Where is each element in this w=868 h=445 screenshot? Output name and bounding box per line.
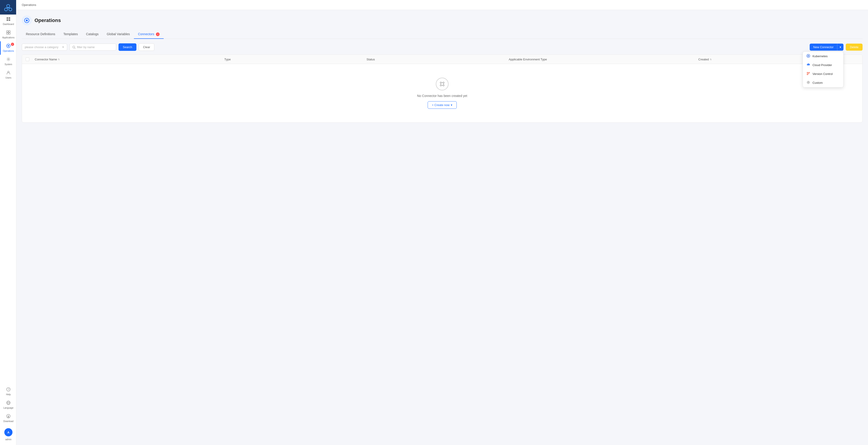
dashboard-icon — [6, 17, 11, 22]
page-content: Operations Resource Definitions Template… — [17, 10, 868, 445]
create-now-button[interactable]: + Create now ▾ — [428, 101, 457, 109]
search-icon — [72, 46, 75, 49]
new-connector-arrow-button[interactable]: ▾ — [837, 43, 843, 51]
chevron-down-create-icon: ▾ — [451, 103, 453, 107]
dropdown-item-version-control-label: Version Control — [812, 72, 833, 76]
th-status-label: Status — [367, 58, 375, 61]
logo[interactable] — [0, 0, 17, 14]
dropdown-item-cloud-provider[interactable]: Cloud Provider — [803, 61, 843, 69]
svg-point-31 — [808, 55, 809, 57]
download-icon — [6, 414, 11, 419]
topbar-title: Operations — [22, 3, 36, 7]
svg-point-2 — [9, 8, 11, 11]
svg-rect-6 — [7, 17, 8, 19]
system-icon — [6, 57, 11, 62]
svg-point-15 — [8, 45, 9, 47]
sidebar-item-system[interactable]: System — [0, 55, 17, 68]
operations-icon — [6, 43, 11, 49]
svg-point-36 — [808, 82, 809, 83]
th-checkbox — [26, 57, 35, 61]
connectors-tab-badge: 2 — [156, 32, 160, 36]
svg-line-28 — [75, 48, 75, 49]
svg-point-33 — [807, 74, 808, 75]
new-connector-main-button[interactable]: New Connector — [810, 43, 837, 51]
cloud-provider-icon — [806, 63, 810, 67]
new-connector-dropdown: Kubernetes Cloud Provider Version Contro… — [803, 52, 843, 87]
svg-rect-10 — [7, 31, 8, 32]
sidebar-item-download[interactable]: Download — [0, 412, 17, 425]
svg-rect-13 — [9, 33, 10, 34]
svg-rect-11 — [9, 31, 10, 32]
svg-point-39 — [440, 85, 441, 86]
svg-point-37 — [440, 82, 441, 83]
th-env-type-label: Applicable Environment Type — [509, 58, 547, 61]
search-button[interactable]: Search — [119, 43, 136, 51]
operations-badge: 1 — [11, 43, 14, 46]
svg-point-26 — [26, 20, 28, 21]
user-label: admin — [5, 438, 11, 441]
dropdown-item-custom[interactable]: Custom — [803, 78, 843, 87]
svg-text:?: ? — [8, 388, 9, 391]
th-name-label: Connector Name — [35, 58, 57, 61]
sidebar-item-language[interactable]: Language — [0, 398, 17, 412]
sidebar-bottom: ? Help Language Download A admin — [0, 385, 17, 445]
empty-state-text: No Connector has been created yet — [417, 94, 467, 98]
sidebar-item-label-users: Users — [5, 77, 11, 79]
tab-catalogs[interactable]: Catalogs — [82, 30, 102, 39]
svg-rect-7 — [9, 17, 10, 19]
svg-point-0 — [7, 4, 9, 7]
version-control-icon — [806, 72, 810, 76]
category-placeholder: please choose a category — [25, 46, 58, 49]
page-title: Operations — [34, 18, 61, 23]
connectors-table: Connector Name ⇅ Type Status Applicable … — [22, 55, 863, 123]
sidebar-item-operations[interactable]: 1 Operations — [0, 41, 17, 55]
kubernetes-icon — [806, 54, 810, 58]
tabs-container: Resource Definitions Templates Catalogs … — [22, 30, 863, 39]
new-connector-container: New Connector ▾ Kubernetes — [810, 43, 844, 51]
th-type-label: Type — [224, 58, 230, 61]
toolbar: please choose a category ▼ Search Clear … — [22, 43, 863, 51]
category-select[interactable]: please choose a category ▼ — [22, 43, 67, 51]
sidebar-item-help[interactable]: ? Help — [0, 385, 17, 398]
table-header: Connector Name ⇅ Type Status Applicable … — [22, 55, 862, 64]
svg-point-1 — [4, 8, 7, 11]
sidebar-item-user[interactable]: A admin — [0, 425, 17, 443]
dropdown-item-kubernetes[interactable]: Kubernetes — [803, 52, 843, 61]
sidebar-item-users[interactable]: Users — [0, 68, 17, 82]
th-status: Status — [367, 57, 509, 61]
sort-icon-name[interactable]: ⇅ — [58, 58, 60, 61]
th-type: Type — [224, 57, 366, 61]
dropdown-item-custom-label: Custom — [812, 81, 823, 85]
tab-connectors[interactable]: Connectors 2 — [134, 30, 164, 39]
sidebar-item-dashboard[interactable]: Dashboard — [0, 14, 17, 28]
sidebar-item-label-language: Language — [3, 407, 13, 409]
new-connector-button-group: New Connector ▾ — [810, 43, 844, 51]
sidebar-item-label-applications: Applications — [2, 36, 14, 39]
dropdown-item-kubernetes-label: Kubernetes — [812, 55, 828, 58]
delete-button[interactable]: Delete — [846, 43, 863, 51]
main-content: Operations Operations Resource Definitio… — [17, 0, 868, 445]
custom-icon — [806, 81, 810, 85]
dropdown-item-version-control[interactable]: Version Control — [803, 69, 843, 78]
sidebar-item-label-download: Download — [3, 420, 13, 423]
tab-resource-definitions[interactable]: Resource Definitions — [22, 30, 59, 39]
select-all-checkbox[interactable] — [26, 57, 29, 61]
svg-rect-8 — [7, 19, 8, 21]
tab-global-variables[interactable]: Global Variables — [102, 30, 134, 39]
clear-button[interactable]: Clear — [139, 43, 154, 51]
avatar[interactable]: A — [4, 428, 12, 436]
tab-templates[interactable]: Templates — [59, 30, 82, 39]
sidebar-item-label-dashboard: Dashboard — [3, 23, 14, 26]
svg-point-16 — [8, 59, 9, 60]
sidebar: Dashboard Applications 1 Operations Syst… — [0, 0, 17, 445]
topbar: Operations — [17, 0, 868, 10]
svg-point-32 — [807, 72, 808, 73]
sidebar-item-label-system: System — [4, 63, 12, 66]
sort-icon-created[interactable]: ⇅ — [710, 58, 712, 61]
dropdown-item-cloud-provider-label: Cloud Provider — [812, 63, 832, 67]
search-box — [69, 43, 116, 51]
page-header: Operations — [22, 16, 863, 25]
search-input[interactable] — [77, 46, 113, 49]
sidebar-item-applications[interactable]: Applications — [0, 28, 17, 41]
sidebar-item-label-help: Help — [6, 393, 11, 396]
